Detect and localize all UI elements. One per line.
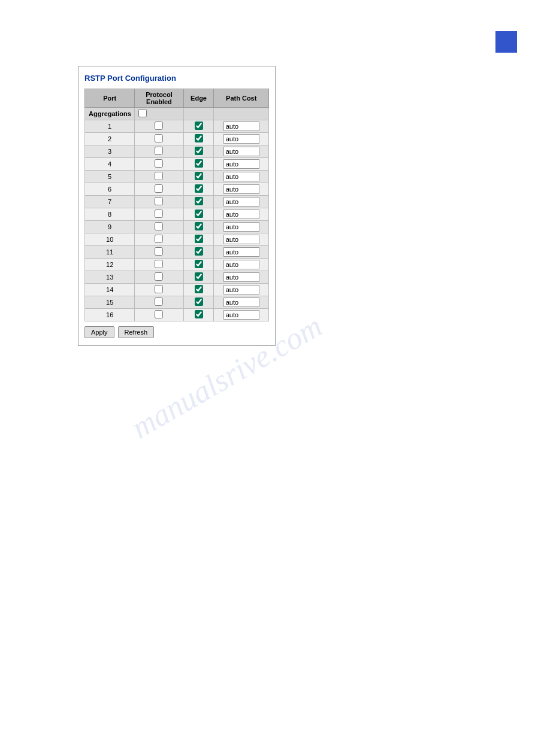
- protocol-enabled-checkbox[interactable]: [155, 247, 163, 256]
- path-cost-cell: [214, 296, 269, 309]
- table-row: 2: [85, 133, 269, 145]
- protocol-enabled-cell: [135, 145, 183, 158]
- protocol-enabled-checkbox[interactable]: [155, 297, 163, 306]
- aggregations-protocol-checkbox[interactable]: [138, 109, 147, 117]
- port-cell: 1: [85, 120, 135, 133]
- path-cost-input[interactable]: [223, 184, 259, 194]
- edge-checkbox[interactable]: [195, 260, 203, 268]
- rstp-config-table: Port Protocol Enabled Edge Path Cost Agg…: [84, 89, 269, 321]
- protocol-enabled-cell: [135, 133, 183, 145]
- path-cost-input[interactable]: [223, 122, 259, 131]
- protocol-enabled-cell: [135, 296, 183, 309]
- edge-cell: [183, 145, 214, 158]
- refresh-button[interactable]: Refresh: [118, 326, 155, 338]
- protocol-enabled-checkbox[interactable]: [155, 184, 163, 193]
- edge-cell: [183, 133, 214, 145]
- protocol-enabled-checkbox[interactable]: [155, 260, 163, 268]
- protocol-enabled-checkbox[interactable]: [155, 172, 163, 180]
- protocol-enabled-cell: [135, 221, 183, 233]
- protocol-enabled-checkbox[interactable]: [155, 222, 163, 230]
- path-cost-input[interactable]: [223, 172, 259, 181]
- path-cost-input[interactable]: [223, 159, 259, 169]
- path-cost-cell: [214, 196, 269, 208]
- protocol-enabled-cell: [135, 208, 183, 221]
- path-cost-cell: [214, 158, 269, 171]
- edge-checkbox[interactable]: [195, 310, 203, 318]
- protocol-enabled-checkbox[interactable]: [155, 197, 163, 205]
- path-cost-input[interactable]: [223, 235, 259, 244]
- path-cost-cell: [214, 271, 269, 284]
- edge-cell: [183, 233, 214, 246]
- table-row: 8: [85, 208, 269, 221]
- protocol-enabled-checkbox[interactable]: [155, 310, 163, 318]
- edge-checkbox[interactable]: [195, 285, 203, 293]
- protocol-enabled-checkbox[interactable]: [155, 272, 163, 281]
- path-cost-input[interactable]: [223, 210, 259, 219]
- aggregations-protocol-cell: [135, 108, 183, 120]
- protocol-enabled-checkbox[interactable]: [155, 122, 163, 130]
- protocol-enabled-cell: [135, 233, 183, 246]
- protocol-enabled-checkbox[interactable]: [155, 134, 163, 142]
- path-cost-input[interactable]: [223, 222, 259, 232]
- port-cell: 14: [85, 284, 135, 296]
- path-cost-input[interactable]: [223, 147, 259, 156]
- path-cost-cell: [214, 259, 269, 271]
- port-cell: 16: [85, 309, 135, 321]
- port-cell: 5: [85, 171, 135, 183]
- edge-checkbox[interactable]: [195, 184, 203, 193]
- port-cell: 13: [85, 271, 135, 284]
- port-cell: 12: [85, 259, 135, 271]
- edge-checkbox[interactable]: [195, 222, 203, 230]
- edge-checkbox[interactable]: [195, 122, 203, 130]
- table-row: 4: [85, 158, 269, 171]
- edge-checkbox[interactable]: [195, 247, 203, 256]
- edge-checkbox[interactable]: [195, 272, 203, 281]
- port-cell: 15: [85, 296, 135, 309]
- edge-checkbox[interactable]: [195, 235, 203, 243]
- table-row: 14: [85, 284, 269, 296]
- protocol-enabled-checkbox[interactable]: [155, 210, 163, 218]
- edge-checkbox[interactable]: [195, 134, 203, 142]
- port-cell: 6: [85, 183, 135, 196]
- port-cell: 4: [85, 158, 135, 171]
- path-cost-cell: [214, 120, 269, 133]
- path-cost-input[interactable]: [223, 134, 259, 144]
- path-cost-input[interactable]: [223, 247, 259, 257]
- edge-checkbox[interactable]: [195, 147, 203, 155]
- edge-cell: [183, 259, 214, 271]
- path-cost-input[interactable]: [223, 297, 259, 307]
- edge-checkbox[interactable]: [195, 159, 203, 168]
- port-cell: 10: [85, 233, 135, 246]
- blue-corner-indicator: [495, 31, 517, 53]
- aggregations-label: Aggregations: [85, 108, 135, 120]
- edge-cell: [183, 309, 214, 321]
- path-cost-input[interactable]: [223, 272, 259, 282]
- path-cost-cell: [214, 133, 269, 145]
- table-row: 9: [85, 221, 269, 233]
- port-cell: 2: [85, 133, 135, 145]
- edge-checkbox[interactable]: [195, 172, 203, 180]
- protocol-enabled-checkbox[interactable]: [155, 285, 163, 293]
- path-cost-input[interactable]: [223, 285, 259, 294]
- apply-button[interactable]: Apply: [84, 326, 114, 338]
- col-header-pathcost: Path Cost: [214, 89, 269, 108]
- col-header-edge: Edge: [183, 89, 214, 108]
- table-row: 10: [85, 233, 269, 246]
- edge-cell: [183, 120, 214, 133]
- edge-cell: [183, 158, 214, 171]
- edge-checkbox[interactable]: [195, 197, 203, 205]
- edge-checkbox[interactable]: [195, 210, 203, 218]
- protocol-enabled-cell: [135, 271, 183, 284]
- table-row: 6: [85, 183, 269, 196]
- table-row: 13: [85, 271, 269, 284]
- path-cost-input[interactable]: [223, 197, 259, 207]
- protocol-enabled-checkbox[interactable]: [155, 159, 163, 168]
- path-cost-cell: [214, 171, 269, 183]
- path-cost-input[interactable]: [223, 310, 259, 320]
- protocol-enabled-checkbox[interactable]: [155, 147, 163, 155]
- edge-checkbox[interactable]: [195, 297, 203, 306]
- protocol-enabled-checkbox[interactable]: [155, 235, 163, 243]
- protocol-enabled-cell: [135, 196, 183, 208]
- path-cost-input[interactable]: [223, 260, 259, 269]
- edge-cell: [183, 296, 214, 309]
